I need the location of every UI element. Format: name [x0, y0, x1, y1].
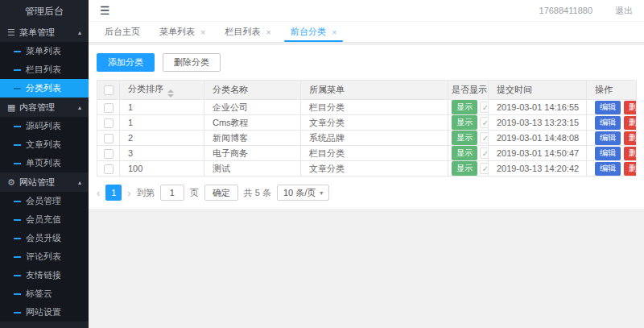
page-unit-label: 页 [190, 187, 199, 199]
row-checkbox[interactable] [104, 103, 114, 113]
visible-badge[interactable]: 显示 [452, 161, 477, 176]
confirm-page-button[interactable]: 确定 [204, 185, 238, 201]
section-label: 菜单管理 [19, 27, 75, 39]
cell-time: 2019-03-13 13:23:15 [489, 115, 587, 131]
sidebar-item-article-list[interactable]: 文章列表 [0, 135, 89, 154]
dash-icon [14, 238, 21, 239]
close-tab-icon[interactable]: × [332, 27, 336, 37]
tab-menu-list[interactable]: 菜单列表× [150, 22, 215, 42]
sidebar-item-label: 文章列表 [26, 139, 61, 151]
dash-icon [14, 88, 21, 89]
visible-badge[interactable]: 显示 [452, 146, 477, 160]
sidebar-item-label: 网站设置 [26, 306, 61, 318]
per-page-value: 10 条/页 [283, 187, 316, 199]
delete-button[interactable]: 删除 [624, 131, 637, 145]
sidebar-item-source-list[interactable]: 源码列表 [0, 117, 89, 135]
edit-button[interactable]: 编辑 [595, 147, 621, 160]
delete-button[interactable]: 删除 [624, 101, 637, 114]
sidebar-section-site-manage[interactable]: ⚙ 网站管理 ▴ [0, 172, 89, 192]
edit-button[interactable]: 编辑 [595, 116, 621, 130]
edit-button[interactable]: 编辑 [595, 101, 621, 114]
check-icon[interactable]: ✓ [480, 147, 489, 159]
sidebar-section-content-manage[interactable]: ▦ 内容管理 ▴ [0, 98, 89, 117]
sidebar-item-site-settings[interactable]: 网站设置 [0, 303, 89, 322]
prev-page-icon[interactable]: ‹ [97, 187, 100, 199]
tab-column-list[interactable]: 栏目列表× [215, 22, 280, 42]
dash-icon [14, 293, 21, 295]
delete-button[interactable]: 删除 [624, 147, 637, 160]
close-tab-icon[interactable]: × [266, 27, 270, 37]
sidebar-item-page-list[interactable]: 单页列表 [0, 154, 89, 172]
sidebar-item-member-recharge[interactable]: 会员充值 [0, 210, 89, 229]
cell-name: 测试 [204, 161, 301, 176]
caret-up-icon: ▴ [78, 179, 81, 186]
header-visible: 是否显示 [448, 81, 489, 100]
dash-icon [14, 126, 21, 127]
header-order[interactable]: 分类排序 [128, 84, 163, 93]
sidebar-item-tag-cloud[interactable]: 标签云 [0, 284, 89, 303]
page-number-current[interactable]: 1 [105, 185, 122, 201]
visible-badge[interactable]: 显示 [452, 100, 477, 114]
per-page-select[interactable]: 10 条/页▾ [277, 185, 329, 201]
hamburger-icon[interactable]: ☰ [100, 4, 110, 17]
check-icon[interactable]: ✓ [480, 132, 489, 143]
main-area: ☰ 17688411880 退出 后台主页 菜单列表× 栏目列表× 前台分类× … [89, 0, 644, 328]
sidebar-item-category-list[interactable]: 分类列表 [0, 79, 89, 98]
delete-button[interactable]: 删除 [624, 162, 637, 176]
sidebar-section-menu-manage[interactable]: ☰ 菜单管理 ▴ [0, 23, 89, 42]
next-page-icon[interactable]: › [127, 187, 130, 199]
sidebar-item-member-manage[interactable]: 会员管理 [0, 192, 89, 210]
tab-home[interactable]: 后台主页 [95, 22, 150, 42]
cell-time: 2019-03-01 14:48:08 [489, 131, 587, 146]
sidebar: 管理后台 ☰ 菜单管理 ▴ 菜单列表 栏目列表 分类列表 ▦ 内容管理 ▴ 源码… [0, 0, 89, 328]
sidebar-item-comment-list[interactable]: 评论列表 [0, 247, 89, 266]
table-row: 3 电子商务 栏目分类 显示✓ 2019-03-01 14:50:47 编辑删除 [97, 146, 637, 161]
sidebar-item-label: 会员管理 [26, 195, 61, 207]
cell-time: 2019-03-01 14:50:47 [489, 146, 587, 161]
row-checkbox[interactable] [104, 134, 114, 143]
edit-button[interactable]: 编辑 [595, 162, 621, 176]
dash-icon [14, 219, 21, 221]
cell-name: Cms教程 [204, 115, 301, 131]
logout-button[interactable]: 退出 [615, 5, 633, 17]
sidebar-item-friend-links[interactable]: 友情链接 [0, 266, 89, 284]
check-icon[interactable]: ✓ [480, 102, 489, 113]
check-icon[interactable]: ✓ [480, 163, 489, 174]
close-tab-icon[interactable]: × [200, 27, 205, 37]
section-label: 内容管理 [19, 102, 75, 114]
sidebar-item-menu-list[interactable]: 菜单列表 [0, 42, 89, 60]
tab-label: 后台主页 [105, 26, 140, 38]
header-actions: 操作 [587, 81, 637, 100]
row-checkbox[interactable] [104, 149, 114, 159]
row-checkbox[interactable] [104, 118, 114, 128]
gear-icon: ⚙ [7, 177, 19, 188]
sort-icon[interactable] [167, 89, 174, 98]
select-all-checkbox[interactable] [104, 85, 114, 95]
sidebar-item-label: 会员充值 [26, 214, 61, 226]
cell-menu: 栏目分类 [301, 100, 448, 115]
total-count-label: 共 5 条 [244, 187, 271, 199]
delete-category-button[interactable]: 删除分类 [163, 53, 221, 72]
cell-name: 电子商务 [204, 146, 301, 161]
delete-button[interactable]: 删除 [624, 116, 637, 130]
goto-page-input[interactable] [160, 185, 184, 201]
check-icon[interactable]: ✓ [480, 117, 489, 128]
cell-order: 2 [120, 131, 204, 146]
cell-name: 新闻博客 [204, 131, 301, 146]
row-checkbox[interactable] [104, 164, 114, 174]
sidebar-item-member-upgrade[interactable]: 会员升级 [0, 229, 89, 247]
edit-button[interactable]: 编辑 [595, 131, 621, 145]
sidebar-item-label: 单页列表 [26, 157, 61, 169]
user-phone[interactable]: 17688411880 [539, 6, 592, 15]
tab-front-category[interactable]: 前台分类× [281, 22, 346, 42]
visible-badge[interactable]: 显示 [452, 131, 477, 145]
dash-icon [14, 256, 21, 258]
app-window: 管理后台 ☰ 菜单管理 ▴ 菜单列表 栏目列表 分类列表 ▦ 内容管理 ▴ 源码… [0, 0, 644, 328]
table-row: 2 新闻博客 系统品牌 显示✓ 2019-03-01 14:48:08 编辑删除 [97, 131, 637, 146]
header-time: 提交时间 [489, 81, 587, 100]
visible-badge[interactable]: 显示 [452, 115, 477, 130]
sidebar-item-column-list[interactable]: 栏目列表 [0, 60, 89, 79]
submenu-menu-manage: 菜单列表 栏目列表 分类列表 [0, 42, 89, 98]
toolbar: 添加分类 删除分类 [97, 53, 636, 72]
add-category-button[interactable]: 添加分类 [97, 53, 155, 72]
